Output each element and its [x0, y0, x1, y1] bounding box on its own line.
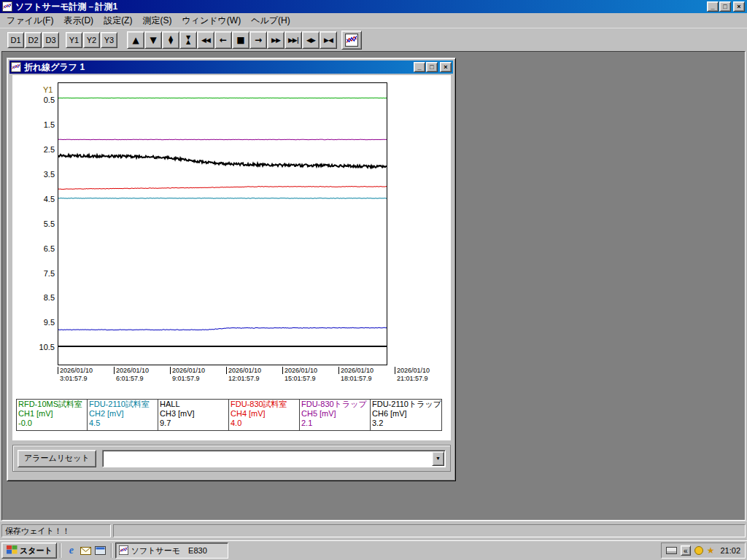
legend-cell-ch2: FDU-2110試料室CH2 [mV]4.5: [88, 400, 158, 430]
maximize-button[interactable]: □: [719, 1, 731, 12]
taskbar-clock[interactable]: 21:02: [720, 546, 740, 555]
status-message: 保存ウェイト！！: [1, 524, 111, 537]
stop-button[interactable]: ■: [232, 31, 249, 49]
menu-item-help[interactable]: ヘルプ(H): [246, 13, 295, 28]
y-tick-6: 6.5: [18, 244, 55, 253]
scroll-up-button[interactable]: ▲: [127, 31, 144, 49]
toolbar-group-nav: ▲▼▲▼▼▲◀◀←■→▶▶▶▶|◀▶▶◀: [127, 31, 337, 49]
x-label-5: 2026/01/1018:01:57.9: [338, 367, 394, 383]
taskbar-task-softthermo[interactable]: ソフトサーモ E830: [115, 542, 228, 559]
step-left-button[interactable]: ←: [214, 31, 232, 49]
alarm-combobox[interactable]: ▼: [102, 450, 446, 467]
fast-forward-button[interactable]: ▶▶: [267, 31, 285, 49]
toolbar-y2-button[interactable]: Y2: [83, 32, 100, 48]
y-tick-10: 10.5: [18, 343, 55, 351]
x-axis-tick: [114, 367, 115, 374]
toolbar-d1-button[interactable]: D1: [7, 32, 24, 48]
legend-cell-ch3: HALLCH3 [mV]9.7: [158, 400, 229, 430]
ie-icon[interactable]: e: [65, 544, 78, 557]
toolbar-y1-button[interactable]: Y1: [66, 32, 82, 48]
toolbar-d2-button[interactable]: D2: [25, 32, 42, 48]
fast-rewind-button[interactable]: ◀◀: [197, 31, 214, 49]
alarm-reset-button[interactable]: アラームリセット: [18, 450, 96, 467]
toolbar-group-y: Y1Y2Y3: [66, 32, 118, 48]
windows-logo-icon: [6, 545, 18, 556]
toolbar-d3-button[interactable]: D3: [42, 32, 59, 48]
step-right-button[interactable]: →: [249, 31, 267, 49]
notification-icon[interactable]: [694, 546, 703, 555]
y-tick-8: 8.5: [18, 293, 55, 302]
menu-item-file[interactable]: ファイル(F): [1, 13, 58, 28]
combobox-dropdown-icon[interactable]: ▼: [432, 451, 444, 466]
line-graph-icon: [11, 62, 21, 72]
close-button[interactable]: ×: [733, 1, 745, 12]
jump-to-end-button[interactable]: ▶▶|: [285, 31, 302, 49]
y-tick-5: 5.5: [18, 219, 55, 228]
x-label-6: 2026/01/1021:01:57.9: [395, 367, 450, 383]
x-axis-tick: [170, 367, 171, 374]
desktop: ソフトサーモ計測－計測1 _ □ × ファイル(F)表示(D)設定(Z)測定(S…: [0, 0, 747, 560]
child-minimize-button[interactable]: _: [414, 62, 425, 72]
y-tick-4: 4.5: [18, 195, 55, 203]
start-label: スタート: [20, 545, 53, 556]
plot-area: [58, 82, 387, 346]
graph-window-button[interactable]: [341, 31, 362, 50]
hide-icons-button[interactable]: «: [681, 545, 691, 556]
menu-item-display[interactable]: 表示(D): [58, 13, 98, 28]
x-axis-tick: [395, 367, 395, 374]
expand-horizontal-button[interactable]: ◀▶: [302, 31, 320, 49]
x-axis-tick: [282, 367, 283, 374]
scroll-down-button[interactable]: ▼: [144, 31, 162, 49]
series-ch5-line: [58, 139, 387, 140]
x-axis-tick: [58, 367, 58, 374]
chart-panel: Y1 0.51.52.53.54.55.56.57.58.59.510.5 20…: [12, 75, 451, 440]
y-tick-2: 2.5: [18, 145, 55, 154]
y-tick-1: 1.5: [18, 120, 55, 129]
taskbar-divider: [111, 543, 112, 558]
line-graph-title: 折れ線グラフ 1: [24, 61, 414, 74]
x-label-4: 2026/01/1015:01:57.9: [282, 367, 338, 383]
toolbar-y3-button[interactable]: Y3: [101, 32, 117, 48]
star-icon[interactable]: ★: [707, 546, 715, 555]
show-desktop-icon[interactable]: [94, 544, 107, 557]
x-axis-tick: [338, 367, 339, 374]
title-bar: ソフトサーモ計測－計測1 _ □ ×: [0, 0, 747, 13]
keyboard-icon[interactable]: [666, 547, 677, 554]
menu-item-settings[interactable]: 設定(Z): [98, 13, 137, 28]
alarm-combobox-value[interactable]: [103, 451, 431, 467]
time-strip-box: [58, 346, 387, 365]
mail-icon[interactable]: [80, 544, 93, 557]
toolbar: D1D2D3 Y1Y2Y3 ▲▼▲▼▼▲◀◀←■→▶▶▶▶|◀▶▶◀: [0, 28, 747, 51]
child-maximize-button[interactable]: □: [426, 62, 438, 72]
menu-item-measure[interactable]: 測定(S): [137, 13, 177, 28]
taskbar: スタート e ソフトサーモ E830 « ★ 21:02: [0, 540, 747, 560]
y-axis-name: Y1: [43, 85, 53, 94]
system-tray: « ★ 21:02: [661, 542, 746, 559]
mdi-workspace: 折れ線グラフ 1 _ □ × Y1 0.51.52.53.54.55.56.57…: [1, 51, 746, 521]
task-icon: [119, 545, 128, 556]
task-label: ソフトサーモ E830: [131, 545, 207, 556]
legend-cell-ch5: FDU-830トラップCH5 [mV]2.1: [300, 400, 371, 430]
expand-vertical-button[interactable]: ▲▼: [162, 31, 179, 49]
taskbar-divider: [60, 543, 61, 558]
status-pane-empty: [113, 524, 746, 537]
menu-item-window[interactable]: ウィンドウ(W): [177, 13, 246, 28]
compress-vertical-button[interactable]: ▼▲: [179, 31, 197, 49]
line-chart: [58, 83, 387, 346]
x-axis-tick: [226, 367, 227, 374]
child-close-button[interactable]: ×: [440, 62, 452, 72]
legend-cell-ch1: RFD-10MS試料室CH1 [mV]-0.0: [17, 400, 88, 430]
line-graph-window: 折れ線グラフ 1 _ □ × Y1 0.51.52.53.54.55.56.57…: [7, 58, 456, 481]
minimize-button[interactable]: _: [707, 1, 719, 12]
y-tick-9: 9.5: [18, 318, 55, 327]
y-tick-3: 3.5: [18, 170, 55, 179]
legend-table: RFD-10MS試料室CH1 [mV]-0.0FDU-2110試料室CH2 [m…: [16, 399, 442, 431]
compress-horizontal-button[interactable]: ▶◀: [320, 31, 337, 49]
series-ch2-line: [58, 198, 387, 199]
status-bar: 保存ウェイト！！: [0, 521, 747, 540]
start-button[interactable]: スタート: [1, 542, 57, 559]
x-label-1: 2026/01/106:01:57.9: [114, 367, 169, 383]
line-graph-client: Y1 0.51.52.53.54.55.56.57.58.59.510.5 20…: [9, 74, 453, 478]
menu-bar: ファイル(F)表示(D)設定(Z)測定(S)ウィンドウ(W)ヘルプ(H): [0, 13, 747, 28]
x-axis-labels: 2026/01/103:01:57.92026/01/106:01:57.920…: [58, 367, 452, 384]
